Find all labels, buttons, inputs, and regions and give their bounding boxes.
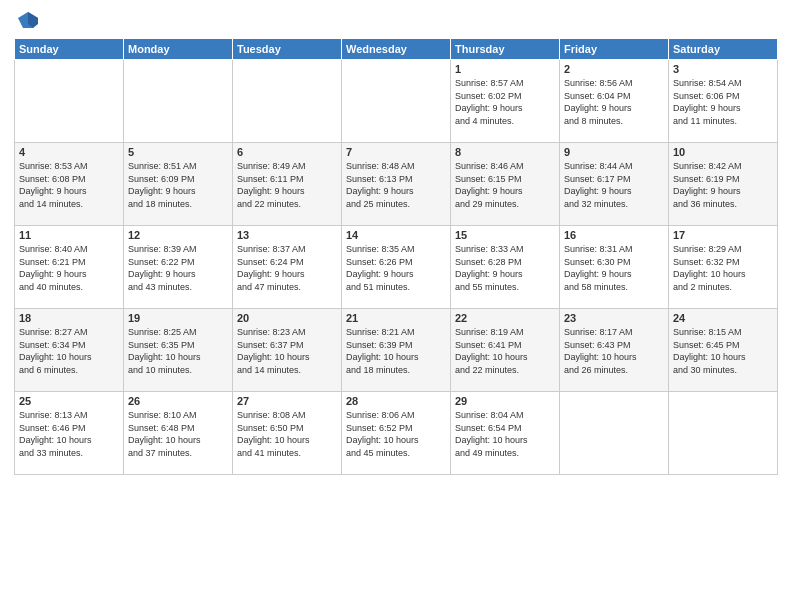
day-number: 16 (564, 229, 664, 241)
calendar-week-0: 1Sunrise: 8:57 AMSunset: 6:02 PMDaylight… (15, 60, 778, 143)
calendar-cell: 13Sunrise: 8:37 AMSunset: 6:24 PMDayligh… (233, 226, 342, 309)
day-number: 29 (455, 395, 555, 407)
day-info: Sunrise: 8:40 AMSunset: 6:21 PMDaylight:… (19, 243, 119, 293)
calendar-cell: 3Sunrise: 8:54 AMSunset: 6:06 PMDaylight… (669, 60, 778, 143)
calendar-header-saturday: Saturday (669, 39, 778, 60)
calendar-cell: 25Sunrise: 8:13 AMSunset: 6:46 PMDayligh… (15, 392, 124, 475)
calendar-cell: 10Sunrise: 8:42 AMSunset: 6:19 PMDayligh… (669, 143, 778, 226)
calendar-cell (560, 392, 669, 475)
day-info: Sunrise: 8:39 AMSunset: 6:22 PMDaylight:… (128, 243, 228, 293)
day-info: Sunrise: 8:29 AMSunset: 6:32 PMDaylight:… (673, 243, 773, 293)
calendar-week-1: 4Sunrise: 8:53 AMSunset: 6:08 PMDaylight… (15, 143, 778, 226)
day-info: Sunrise: 8:23 AMSunset: 6:37 PMDaylight:… (237, 326, 337, 376)
calendar-header-thursday: Thursday (451, 39, 560, 60)
day-info: Sunrise: 8:08 AMSunset: 6:50 PMDaylight:… (237, 409, 337, 459)
calendar-cell (124, 60, 233, 143)
day-number: 22 (455, 312, 555, 324)
header (14, 10, 778, 32)
calendar-cell: 20Sunrise: 8:23 AMSunset: 6:37 PMDayligh… (233, 309, 342, 392)
calendar-cell: 9Sunrise: 8:44 AMSunset: 6:17 PMDaylight… (560, 143, 669, 226)
calendar-header-friday: Friday (560, 39, 669, 60)
day-info: Sunrise: 8:57 AMSunset: 6:02 PMDaylight:… (455, 77, 555, 127)
day-info: Sunrise: 8:06 AMSunset: 6:52 PMDaylight:… (346, 409, 446, 459)
calendar-cell: 17Sunrise: 8:29 AMSunset: 6:32 PMDayligh… (669, 226, 778, 309)
day-number: 1 (455, 63, 555, 75)
calendar-header-row: SundayMondayTuesdayWednesdayThursdayFrid… (15, 39, 778, 60)
calendar-header-monday: Monday (124, 39, 233, 60)
calendar-cell (15, 60, 124, 143)
day-number: 24 (673, 312, 773, 324)
day-number: 5 (128, 146, 228, 158)
day-number: 27 (237, 395, 337, 407)
day-info: Sunrise: 8:51 AMSunset: 6:09 PMDaylight:… (128, 160, 228, 210)
day-number: 23 (564, 312, 664, 324)
day-number: 20 (237, 312, 337, 324)
logo (14, 10, 39, 32)
day-number: 13 (237, 229, 337, 241)
calendar-cell: 27Sunrise: 8:08 AMSunset: 6:50 PMDayligh… (233, 392, 342, 475)
day-number: 8 (455, 146, 555, 158)
calendar-header-tuesday: Tuesday (233, 39, 342, 60)
calendar-cell: 6Sunrise: 8:49 AMSunset: 6:11 PMDaylight… (233, 143, 342, 226)
calendar-week-4: 25Sunrise: 8:13 AMSunset: 6:46 PMDayligh… (15, 392, 778, 475)
day-info: Sunrise: 8:10 AMSunset: 6:48 PMDaylight:… (128, 409, 228, 459)
day-number: 28 (346, 395, 446, 407)
calendar-header-wednesday: Wednesday (342, 39, 451, 60)
day-info: Sunrise: 8:56 AMSunset: 6:04 PMDaylight:… (564, 77, 664, 127)
day-info: Sunrise: 8:15 AMSunset: 6:45 PMDaylight:… (673, 326, 773, 376)
day-number: 6 (237, 146, 337, 158)
calendar-cell: 1Sunrise: 8:57 AMSunset: 6:02 PMDaylight… (451, 60, 560, 143)
calendar-cell: 2Sunrise: 8:56 AMSunset: 6:04 PMDaylight… (560, 60, 669, 143)
calendar-cell: 5Sunrise: 8:51 AMSunset: 6:09 PMDaylight… (124, 143, 233, 226)
calendar-cell: 18Sunrise: 8:27 AMSunset: 6:34 PMDayligh… (15, 309, 124, 392)
page: SundayMondayTuesdayWednesdayThursdayFrid… (0, 0, 792, 612)
day-info: Sunrise: 8:37 AMSunset: 6:24 PMDaylight:… (237, 243, 337, 293)
day-info: Sunrise: 8:54 AMSunset: 6:06 PMDaylight:… (673, 77, 773, 127)
day-info: Sunrise: 8:27 AMSunset: 6:34 PMDaylight:… (19, 326, 119, 376)
day-number: 10 (673, 146, 773, 158)
day-number: 18 (19, 312, 119, 324)
calendar-week-2: 11Sunrise: 8:40 AMSunset: 6:21 PMDayligh… (15, 226, 778, 309)
calendar-cell: 19Sunrise: 8:25 AMSunset: 6:35 PMDayligh… (124, 309, 233, 392)
day-number: 26 (128, 395, 228, 407)
calendar-cell: 16Sunrise: 8:31 AMSunset: 6:30 PMDayligh… (560, 226, 669, 309)
calendar-cell: 22Sunrise: 8:19 AMSunset: 6:41 PMDayligh… (451, 309, 560, 392)
day-info: Sunrise: 8:25 AMSunset: 6:35 PMDaylight:… (128, 326, 228, 376)
calendar-header-sunday: Sunday (15, 39, 124, 60)
calendar-cell (669, 392, 778, 475)
day-number: 12 (128, 229, 228, 241)
calendar-cell: 24Sunrise: 8:15 AMSunset: 6:45 PMDayligh… (669, 309, 778, 392)
day-info: Sunrise: 8:44 AMSunset: 6:17 PMDaylight:… (564, 160, 664, 210)
day-info: Sunrise: 8:04 AMSunset: 6:54 PMDaylight:… (455, 409, 555, 459)
calendar-cell: 14Sunrise: 8:35 AMSunset: 6:26 PMDayligh… (342, 226, 451, 309)
calendar-cell: 8Sunrise: 8:46 AMSunset: 6:15 PMDaylight… (451, 143, 560, 226)
day-info: Sunrise: 8:49 AMSunset: 6:11 PMDaylight:… (237, 160, 337, 210)
day-info: Sunrise: 8:31 AMSunset: 6:30 PMDaylight:… (564, 243, 664, 293)
day-info: Sunrise: 8:35 AMSunset: 6:26 PMDaylight:… (346, 243, 446, 293)
calendar-cell (342, 60, 451, 143)
calendar-cell (233, 60, 342, 143)
day-number: 4 (19, 146, 119, 158)
day-number: 9 (564, 146, 664, 158)
calendar-cell: 21Sunrise: 8:21 AMSunset: 6:39 PMDayligh… (342, 309, 451, 392)
calendar-week-3: 18Sunrise: 8:27 AMSunset: 6:34 PMDayligh… (15, 309, 778, 392)
day-info: Sunrise: 8:42 AMSunset: 6:19 PMDaylight:… (673, 160, 773, 210)
day-info: Sunrise: 8:46 AMSunset: 6:15 PMDaylight:… (455, 160, 555, 210)
day-number: 2 (564, 63, 664, 75)
day-info: Sunrise: 8:53 AMSunset: 6:08 PMDaylight:… (19, 160, 119, 210)
day-info: Sunrise: 8:19 AMSunset: 6:41 PMDaylight:… (455, 326, 555, 376)
calendar-table: SundayMondayTuesdayWednesdayThursdayFrid… (14, 38, 778, 475)
day-number: 14 (346, 229, 446, 241)
calendar-cell: 7Sunrise: 8:48 AMSunset: 6:13 PMDaylight… (342, 143, 451, 226)
calendar-cell: 12Sunrise: 8:39 AMSunset: 6:22 PMDayligh… (124, 226, 233, 309)
day-info: Sunrise: 8:33 AMSunset: 6:28 PMDaylight:… (455, 243, 555, 293)
calendar-body: 1Sunrise: 8:57 AMSunset: 6:02 PMDaylight… (15, 60, 778, 475)
day-number: 25 (19, 395, 119, 407)
calendar-cell: 23Sunrise: 8:17 AMSunset: 6:43 PMDayligh… (560, 309, 669, 392)
calendar-cell: 15Sunrise: 8:33 AMSunset: 6:28 PMDayligh… (451, 226, 560, 309)
calendar-cell: 26Sunrise: 8:10 AMSunset: 6:48 PMDayligh… (124, 392, 233, 475)
day-number: 7 (346, 146, 446, 158)
calendar-cell: 29Sunrise: 8:04 AMSunset: 6:54 PMDayligh… (451, 392, 560, 475)
day-info: Sunrise: 8:48 AMSunset: 6:13 PMDaylight:… (346, 160, 446, 210)
day-number: 3 (673, 63, 773, 75)
